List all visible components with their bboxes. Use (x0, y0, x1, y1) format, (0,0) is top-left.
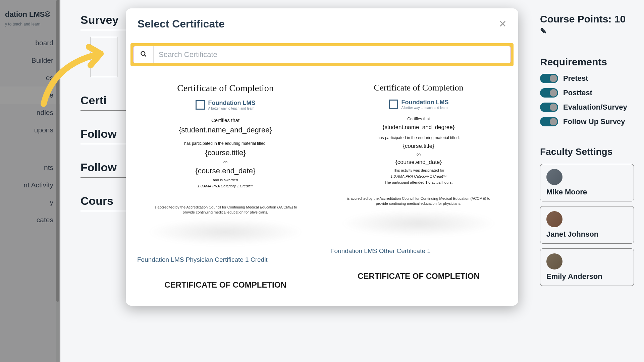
cert-student-var: {student.name_and_degree} (147, 126, 304, 134)
cert-logo-text: Foundation LMS A better way to teach and… (208, 100, 256, 110)
certificate-col-0: Certificate of Completion Foundation LMS… (134, 76, 317, 296)
certificate-preview-2[interactable]: CERTIFICATE OF COMPLETION (134, 263, 317, 290)
certificate-grid: Certificate of Completion Foundation LMS… (130, 76, 514, 296)
cert-participated: has participated in the enduring materia… (340, 135, 497, 140)
modal-header: Select Certificate ✕ (126, 8, 518, 37)
search-box (133, 46, 511, 63)
cert-credit: 1.0 AMA PRA Category 1 Credit™ (147, 184, 304, 188)
cert-heading-caps: CERTIFICATE OF COMPLETION (147, 280, 304, 290)
search-highlight-annotation (130, 43, 514, 66)
foundation-lms-logo-icon (389, 100, 398, 109)
cert-logo-sub: A better way to teach and learn (208, 107, 256, 110)
certificate-preview-1[interactable]: Certificate of Completion Foundation LMS… (327, 76, 510, 243)
cert-heading: Certificate of Completion (340, 83, 497, 93)
cert-designated: This activity was designated for (340, 168, 497, 172)
cert-course-var: {course.title} (340, 143, 497, 149)
certificate-preview-3[interactable]: CERTIFICATE OF COMPLETION (327, 255, 510, 281)
cert-actual-hours: The participant attended 1.0 actual hour… (340, 180, 497, 184)
cert-accred: is accredited by the Accreditation Counc… (147, 205, 304, 215)
cert-blur (147, 219, 304, 245)
search-input[interactable] (154, 50, 511, 59)
cert-enddate-var: {course.end_date} (147, 167, 304, 175)
cert-certifies: Certifies that (147, 117, 304, 123)
cert-course-var: {course.title} (147, 148, 304, 157)
svg-line-1 (144, 55, 146, 56)
search-icon (140, 51, 147, 59)
modal-overlay: Select Certificate ✕ Certificate of Co (0, 0, 644, 362)
cert-logo-sub: A better way to teach and learn (401, 106, 449, 110)
cert-logo: Foundation LMS A better way to teach and… (196, 100, 256, 110)
cert-heading-caps: CERTIFICATE OF COMPLETION (340, 272, 497, 281)
foundation-lms-logo-icon (196, 100, 205, 110)
cert-logo-name: Foundation LMS (401, 99, 449, 106)
cert-awarded: and is awarded (147, 178, 304, 182)
svg-point-0 (141, 51, 145, 55)
cert-student-var: {student.name_and_degree} (340, 124, 497, 131)
cert-certifies: Certifies that (340, 117, 497, 121)
cert-on: on (147, 160, 304, 164)
certificate-preview-0[interactable]: Certificate of Completion Foundation LMS… (134, 76, 317, 252)
cert-accred: is accredited by the Accreditation Counc… (340, 196, 497, 206)
cert-participated: has participated in the enduring materia… (147, 141, 304, 146)
select-certificate-modal: Select Certificate ✕ Certificate of Co (126, 8, 518, 306)
cert-enddate-var: {course.end_date} (340, 159, 497, 166)
cert-logo-name: Foundation LMS (208, 100, 256, 107)
search-icon-wrap (133, 46, 154, 63)
cert-logo-text: Foundation LMS A better way to teach and… (401, 99, 449, 110)
modal-body: Certificate of Completion Foundation LMS… (126, 37, 518, 306)
close-icon[interactable]: ✕ (499, 18, 506, 29)
certificate-name-1[interactable]: Foundation LMS Other Certificate 1 (327, 247, 510, 255)
certificate-col-1: Certificate of Completion Foundation LMS… (327, 76, 510, 296)
certificate-name-0[interactable]: Foundation LMS Physician Certificate 1 C… (134, 256, 317, 263)
cert-heading: Certificate of Completion (147, 83, 304, 94)
cert-on: on (340, 152, 497, 156)
cert-credit: 1.0 AMA PRA Category 1 Credit™ (340, 174, 497, 178)
cert-logo: Foundation LMS A better way to teach and… (389, 99, 449, 110)
cert-blur (340, 210, 497, 237)
modal-title: Select Certificate (138, 18, 225, 30)
